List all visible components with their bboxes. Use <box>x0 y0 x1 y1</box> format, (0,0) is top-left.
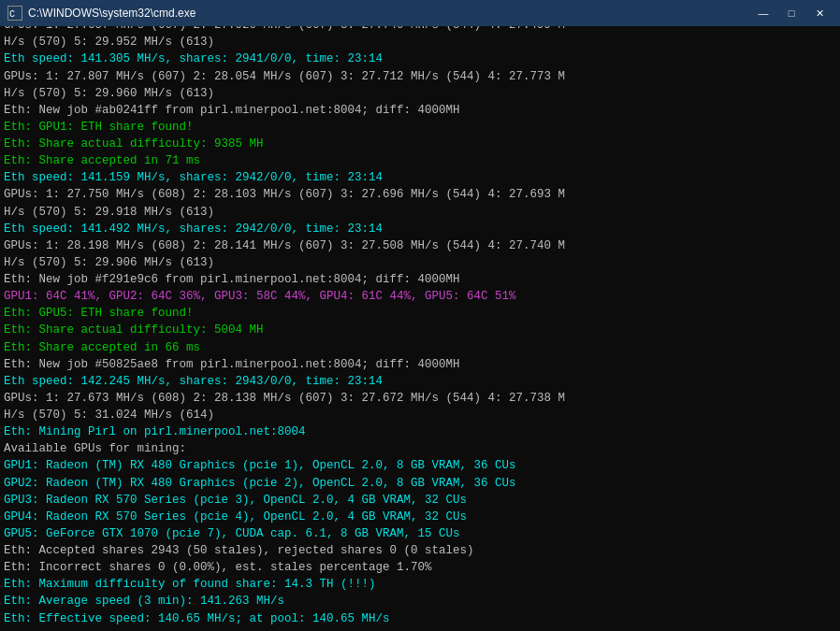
console-line: GPUs: 1: 27.807 MH/s (607) 2: 28.054 MH/… <box>4 68 836 85</box>
console-line: Available GPUs for mining: <box>4 440 836 457</box>
console-text: H/s (570) 5: 29.906 MH/s (613) <box>4 256 214 269</box>
console-text: GPU3: Radeon RX 570 Series (pcie 3), Ope… <box>4 494 467 507</box>
console-text: Eth: New job #50825ae8 from pirl.minerpo… <box>4 358 460 371</box>
console-text: Eth speed: 141.159 MH/s, shares: 2942/0/… <box>4 171 383 184</box>
console-text: H/s (570) 5: 29.918 MH/s (613) <box>4 206 214 219</box>
console-line: Eth: Average speed (3 min): 141.263 MH/s <box>4 593 836 609</box>
maximize-button[interactable]: □ <box>778 3 804 23</box>
console-text: GPU1: Radeon (TM) RX 480 Graphics (pcie … <box>4 459 516 472</box>
console-text: Eth: Share accepted in 71 ms <box>4 154 200 167</box>
console-text: Eth: Mining Pirl on pirl.minerpool.net:8… <box>4 425 306 438</box>
console-text: Eth: New job #f291e9c6 from pirl.minerpo… <box>4 273 460 286</box>
console-line: H/s (570) 5: 29.952 MH/s (613) <box>4 34 836 50</box>
title-bar-controls: — □ ✕ <box>750 3 833 23</box>
cmd-icon: C <box>7 6 22 21</box>
console-line: H/s (570) 5: 29.906 MH/s (613) <box>4 254 836 271</box>
console-text: GPU5: GeForce GTX 1070 (pcie 7), CUDA ca… <box>4 527 460 540</box>
console-text: Eth: Average speed (3 min): 141.263 MH/s <box>4 595 284 608</box>
console-text: H/s (570) 5: 29.952 MH/s (613) <box>4 36 214 49</box>
console-line: Eth: Maximum difficulty of found share: … <box>4 576 836 593</box>
console-line: Eth: Share actual difficulty: 5004 MH <box>4 322 836 338</box>
console-text: H/s (570) 5: 31.024 MH/s (614) <box>4 409 214 422</box>
console-line: GPUs: 1: 27.673 MH/s (608) 2: 28.138 MH/… <box>4 390 836 407</box>
console-text: Eth: Share accepted in 66 ms <box>4 341 200 354</box>
svg-text:C: C <box>9 9 15 20</box>
console-line: Eth speed: 142.245 MH/s, shares: 2943/0/… <box>4 373 836 390</box>
console-line: Eth: GPU5: ETH share found! <box>4 305 836 322</box>
console-line: H/s (570) 5: 29.960 MH/s (613) <box>4 85 836 102</box>
window-title: C:\WINDOWS\system32\cmd.exe <box>28 7 196 20</box>
console-output: Eth speed: 140.768 MH/s, shares: 2941/0/… <box>0 26 840 631</box>
console-line: GPU1: Radeon (TM) RX 480 Graphics (pcie … <box>4 457 836 474</box>
close-button[interactable]: ✕ <box>806 3 833 23</box>
console-line: Eth: Share accepted in 66 ms <box>4 339 836 356</box>
console-text: Eth speed: 141.305 MH/s, shares: 2941/0/… <box>4 52 383 65</box>
console-line: Eth: GPU1: ETH share found! <box>4 119 836 136</box>
console-text: Eth: GPU5: ETH share found! <box>4 307 194 320</box>
console-text: Eth: Incorrect shares 0 (0.00%), est. st… <box>4 561 432 574</box>
console-line: GPU2: Radeon (TM) RX 480 Graphics (pcie … <box>4 475 836 492</box>
console-text: GPUs: 1: 27.807 MH/s (607) 2: 28.054 MH/… <box>4 70 565 83</box>
title-bar-left: C C:\WINDOWS\system32\cmd.exe <box>7 6 196 21</box>
console-line: Eth: New job #f291e9c6 from pirl.minerpo… <box>4 271 836 288</box>
console-text: Available GPUs for mining: <box>4 442 186 455</box>
console-line: Eth speed: 141.159 MH/s, shares: 2942/0/… <box>4 169 836 186</box>
console-line: GPUs: 1: 28.198 MH/s (608) 2: 28.141 MH/… <box>4 237 836 254</box>
console-text: GPUs: 1: 27.750 MH/s (608) 2: 28.103 MH/… <box>4 188 565 201</box>
console-line: Eth: New job #50825ae8 from pirl.minerpo… <box>4 356 836 373</box>
window: C C:\WINDOWS\system32\cmd.exe — □ ✕ Eth … <box>0 0 840 631</box>
console-line: Eth: Accepted shares 2943 (50 stales), r… <box>4 542 836 559</box>
console-line: GPU5: GeForce GTX 1070 (pcie 7), CUDA ca… <box>4 525 836 542</box>
console-line: Eth: Incorrect shares 0 (0.00%), est. st… <box>4 559 836 576</box>
console-line: Eth: Share actual difficulty: 9385 MH <box>4 136 836 152</box>
console-text: Eth: Accepted shares 2943 (50 stales), r… <box>4 544 474 557</box>
console-text: GPU1: 64C 41%, GPU2: 64C 36%, GPU3: 58C … <box>4 290 516 303</box>
console-text: GPUs: 1: 27.657 MH/s (607) 2: 27.920 MH/… <box>4 26 565 32</box>
console-text: Eth: Share actual difficulty: 9385 MH <box>4 137 264 151</box>
console-line: GPUs: 1: 27.657 MH/s (607) 2: 27.920 MH/… <box>4 26 836 34</box>
console-line: H/s (570) 5: 29.918 MH/s (613) <box>4 204 836 221</box>
console-text: Eth speed: 142.245 MH/s, shares: 2943/0/… <box>4 375 383 388</box>
minimize-button[interactable]: — <box>750 3 776 23</box>
console-line: GPU3: Radeon RX 570 Series (pcie 3), Ope… <box>4 492 836 509</box>
console-text: H/s (570) 5: 29.960 MH/s (613) <box>4 87 214 100</box>
console-line: H/s (570) 5: 31.024 MH/s (614) <box>4 407 836 423</box>
console-text: Eth: Effective speed: 140.65 MH/s; at po… <box>4 612 390 625</box>
console-text: Eth: GPU1: ETH share found! <box>4 121 194 134</box>
console-text: Eth: New job #ab0241ff from pirl.minerpo… <box>4 104 460 117</box>
console-line: Eth: New job #ab0241ff from pirl.minerpo… <box>4 102 836 119</box>
console-line: GPU1: 64C 41%, GPU2: 64C 36%, GPU3: 58C … <box>4 288 836 305</box>
console-text: GPU2: Radeon (TM) RX 480 Graphics (pcie … <box>4 477 516 490</box>
console-text: Eth speed: 141.492 MH/s, shares: 2942/0/… <box>4 222 383 236</box>
console-line: Eth speed: 141.492 MH/s, shares: 2942/0/… <box>4 221 836 237</box>
title-bar: C C:\WINDOWS\system32\cmd.exe — □ ✕ <box>0 0 840 26</box>
console-text: GPUs: 1: 28.198 MH/s (608) 2: 28.141 MH/… <box>4 239 565 252</box>
console-line: Eth: Share accepted in 71 ms <box>4 152 836 169</box>
console-text: GPU4: Radeon RX 570 Series (pcie 4), Ope… <box>4 510 467 523</box>
console-line: Eth: Effective speed: 140.65 MH/s; at po… <box>4 610 836 627</box>
console-line: GPU4: Radeon RX 570 Series (pcie 4), Ope… <box>4 509 836 525</box>
console-line: Eth: Mining Pirl on pirl.minerpool.net:8… <box>4 423 836 440</box>
console-text: Eth: Maximum difficulty of found share: … <box>4 578 376 591</box>
console-line: GPUs: 1: 27.750 MH/s (608) 2: 28.103 MH/… <box>4 186 836 203</box>
console-text: GPUs: 1: 27.673 MH/s (608) 2: 28.138 MH/… <box>4 392 565 405</box>
console-line: Eth speed: 141.305 MH/s, shares: 2941/0/… <box>4 50 836 67</box>
console-text: Eth: Share actual difficulty: 5004 MH <box>4 323 264 337</box>
